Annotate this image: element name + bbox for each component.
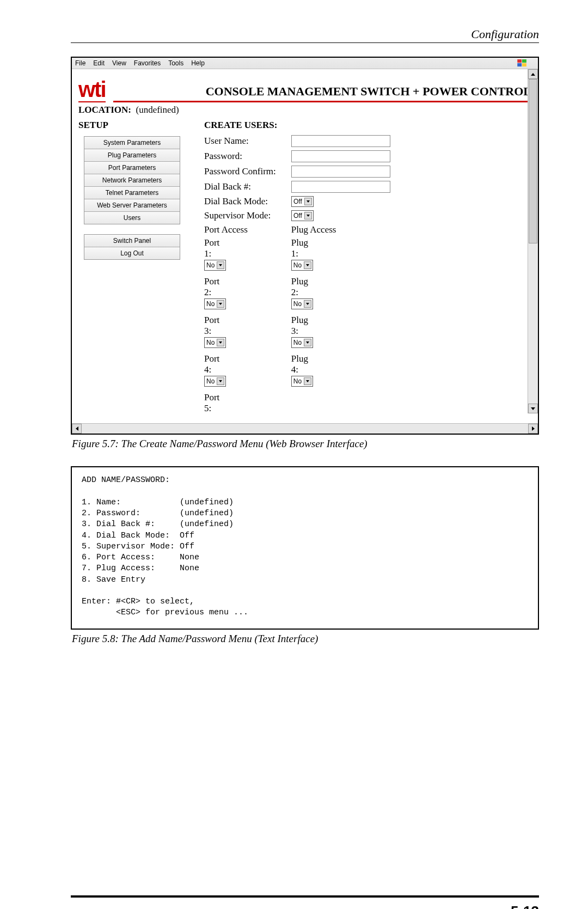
scroll-thumb[interactable]: [529, 79, 537, 243]
input-username[interactable]: [291, 135, 390, 147]
input-password-confirm[interactable]: [291, 166, 390, 178]
brand-logo: wti: [78, 78, 106, 102]
port-num: 1:: [204, 248, 248, 259]
figure-caption-5-7: Figure 5.7: The Create Name/Password Men…: [72, 438, 539, 450]
sidebar-nav-2: Switch Panel Log Out: [84, 234, 180, 260]
chevron-down-icon: [304, 198, 312, 205]
terminal-screenshot: ADD NAME/PASSWORD: 1. Name: (undefined) …: [71, 466, 539, 629]
port-num: 4:: [204, 364, 248, 375]
menu-view[interactable]: View: [112, 59, 126, 67]
sidebar-nav: System Parameters Plug Parameters Port P…: [84, 136, 180, 224]
sidebar-item-system-parameters[interactable]: System Parameters: [84, 137, 180, 149]
select-dialback-mode[interactable]: Off: [291, 196, 314, 207]
sidebar-item-log-out[interactable]: Log Out: [84, 247, 180, 259]
label-dialback: Dial Back #:: [204, 181, 291, 192]
scroll-right-icon[interactable]: [528, 424, 538, 434]
plug-label: Plug: [291, 237, 336, 248]
svg-rect-0: [517, 59, 522, 63]
section-header: Configuration: [71, 27, 539, 43]
page-title: CONSOLE MANAGEMENT SWITCH + POWER CONTRO…: [113, 75, 531, 102]
port-num: 2:: [204, 287, 248, 298]
port-label: Port: [204, 315, 248, 326]
horizontal-scrollbar[interactable]: [72, 423, 538, 434]
figure-caption-5-8: Figure 5.8: The Add Name/Password Menu (…: [72, 633, 539, 645]
label-password-confirm: Password Confirm:: [204, 166, 291, 177]
port-label: Port: [204, 392, 248, 403]
select-plug-1[interactable]: No: [291, 260, 313, 271]
select-port-3[interactable]: No: [204, 337, 226, 348]
sidebar-item-web-server-parameters[interactable]: Web Server Parameters: [84, 199, 180, 212]
plug-num: 2:: [291, 287, 336, 298]
select-plug-4[interactable]: No: [291, 376, 313, 387]
label-username: User Name:: [204, 136, 291, 147]
browser-menubar: File Edit View Favorites Tools Help: [72, 58, 538, 69]
location-label: LOCATION:: [78, 105, 131, 115]
sidebar-item-switch-panel[interactable]: Switch Panel: [84, 235, 180, 247]
chevron-down-icon: [304, 300, 311, 308]
page-number: 5-13: [71, 895, 539, 909]
menu-tools[interactable]: Tools: [168, 59, 183, 67]
chevron-down-icon: [304, 377, 311, 385]
port-label: Port: [204, 276, 248, 287]
sidebar-item-network-parameters[interactable]: Network Parameters: [84, 174, 180, 187]
plug-label: Plug: [291, 353, 336, 364]
menu-file[interactable]: File: [75, 59, 85, 67]
label-supervisor-mode: Supervisor Mode:: [204, 210, 291, 221]
plug-num: 4:: [291, 364, 336, 375]
scroll-left-icon[interactable]: [72, 424, 82, 434]
location-value: (undefined): [136, 105, 179, 115]
select-port-2[interactable]: No: [204, 298, 226, 309]
sidebar-item-users[interactable]: Users: [84, 212, 180, 224]
plug-num: 1:: [291, 248, 336, 259]
sidebar-heading: SETUP: [78, 120, 190, 131]
svg-rect-2: [517, 63, 522, 66]
chevron-down-icon: [304, 212, 312, 219]
chevron-down-icon: [217, 339, 224, 346]
vertical-scrollbar[interactable]: [528, 69, 538, 413]
port-access-heading: Port Access: [204, 224, 248, 235]
browser-screenshot: File Edit View Favorites Tools Help wti …: [71, 57, 539, 435]
svg-rect-1: [522, 59, 526, 63]
plug-num: 3:: [291, 326, 336, 337]
chevron-down-icon: [217, 261, 224, 269]
form-heading: CREATE USERS:: [204, 120, 531, 131]
chevron-down-icon: [217, 377, 224, 385]
plug-access-heading: Plug Access: [291, 224, 336, 235]
select-plug-2[interactable]: No: [291, 298, 313, 309]
scroll-up-icon[interactable]: [528, 69, 538, 79]
chevron-down-icon: [304, 261, 311, 269]
input-password[interactable]: [291, 150, 390, 162]
menu-favorites[interactable]: Favorites: [134, 59, 161, 67]
select-port-4[interactable]: No: [204, 376, 226, 387]
plug-label: Plug: [291, 315, 336, 326]
windows-flag-icon: [517, 59, 527, 67]
label-password: Password:: [204, 151, 291, 162]
plug-label: Plug: [291, 276, 336, 287]
port-num: 5:: [204, 403, 248, 414]
menu-help[interactable]: Help: [191, 59, 205, 67]
select-plug-3[interactable]: No: [291, 337, 313, 348]
svg-rect-3: [522, 63, 526, 66]
chevron-down-icon: [304, 339, 311, 346]
port-label: Port: [204, 353, 248, 364]
sidebar-item-port-parameters[interactable]: Port Parameters: [84, 162, 180, 174]
label-dialback-mode: Dial Back Mode:: [204, 196, 291, 207]
input-dialback[interactable]: [291, 181, 390, 193]
port-num: 3:: [204, 326, 248, 337]
sidebar-item-plug-parameters[interactable]: Plug Parameters: [84, 149, 180, 162]
menu-edit[interactable]: Edit: [93, 59, 105, 67]
select-supervisor-mode[interactable]: Off: [291, 210, 314, 221]
chevron-down-icon: [217, 300, 224, 308]
port-label: Port: [204, 237, 248, 248]
select-port-1[interactable]: No: [204, 260, 226, 271]
scroll-down-icon[interactable]: [528, 404, 538, 413]
sidebar-item-telnet-parameters[interactable]: Telnet Parameters: [84, 187, 180, 199]
